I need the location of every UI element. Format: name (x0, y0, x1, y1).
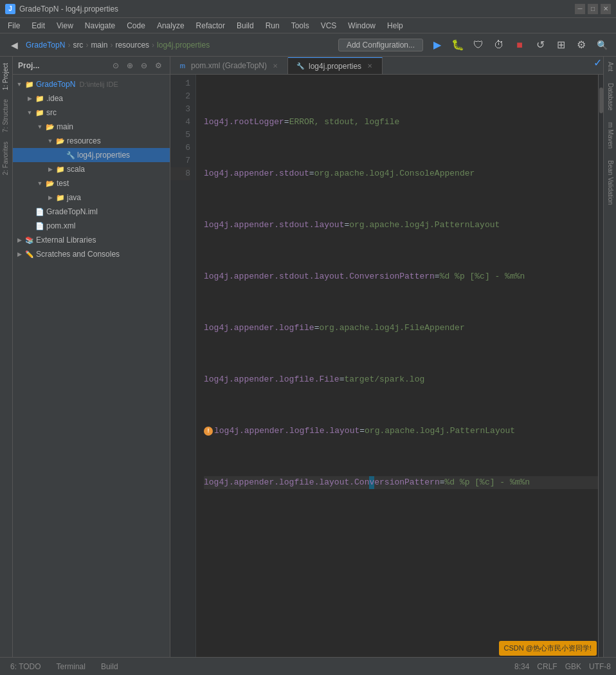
menu-code[interactable]: Code (122, 20, 150, 32)
right-tab-bean-validation[interactable]: Bean Validation (604, 155, 616, 210)
tree-item-external-libs[interactable]: ▶ 📚 External Libraries (13, 233, 170, 247)
tab-log4j-close[interactable]: ✕ (365, 62, 374, 71)
menu-edit[interactable]: Edit (26, 20, 50, 32)
icon-external-libs: 📚 (24, 235, 35, 245)
log4j-tab-icon: 🔧 (296, 62, 305, 71)
menu-build[interactable]: Build (231, 20, 259, 32)
menu-analyze[interactable]: Analyze (152, 20, 190, 32)
code-val-2: org.apache.log4j.ConsoleAppender (314, 167, 475, 180)
menu-navigate[interactable]: Navigate (80, 20, 120, 32)
status-crlf: CRLF (537, 662, 557, 671)
code-content[interactable]: log4j.rootLogger=ERROR, stdout, logfile … (196, 75, 598, 657)
tab-log4j[interactable]: 🔧 log4j.properties ✕ (288, 57, 383, 74)
tree-action-settings[interactable]: ⚙ (152, 59, 165, 72)
label-resources: resources (67, 136, 101, 145)
search-button[interactable]: 🔍 (593, 36, 611, 54)
menu-help[interactable]: Help (382, 20, 408, 32)
arrow-external-libs: ▶ (15, 236, 23, 244)
tree-item-log4j[interactable]: ▶ 🔧 log4j.properties (13, 148, 170, 162)
rerun-button[interactable]: ↺ (531, 36, 549, 54)
menu-vcs[interactable]: VCS (316, 20, 342, 32)
tree-action-expand[interactable]: ⊕ (123, 59, 136, 72)
tree-action-locate[interactable]: ⊙ (109, 59, 122, 72)
title-bar: J GradeTopN - log4j.properties ─ □ ✕ (0, 0, 616, 18)
code-val-6: target/spark.log (344, 373, 424, 386)
icon-gradeTopN: 📁 (24, 79, 35, 89)
tree-item-java[interactable]: ▶ 📁 java (13, 190, 170, 205)
right-scrollbar[interactable] (598, 75, 603, 657)
arrow-gradeTopN: ▼ (15, 80, 23, 88)
breadcrumb-resources[interactable]: resources (115, 41, 149, 50)
right-tab-database[interactable]: Database (604, 78, 616, 116)
code-val-8: %d %p [%c] - %m%n (445, 476, 530, 489)
tree-item-resources[interactable]: ▼ 📂 resources (13, 134, 170, 148)
bottom-bar: 6: TODO Terminal Build 8:34 CRLF GBK UTF… (0, 657, 616, 675)
code-key-8b: ersionPattern (374, 476, 439, 489)
tree-item-gradeTopN[interactable]: ▼ 📁 GradeTopN D:\intelij IDE (13, 77, 170, 91)
tree-item-iml[interactable]: ▶ 📄 GradeTopN.iml (13, 205, 170, 219)
scrollbar-thumb[interactable] (599, 88, 603, 113)
arrow-scratches: ▶ (15, 250, 23, 258)
bottom-tab-build[interactable]: Build (96, 661, 123, 672)
breadcrumb-file[interactable]: log4j.properties (157, 41, 210, 50)
label-external-libs: External Libraries (36, 236, 96, 245)
tree-item-main[interactable]: ▼ 📂 main (13, 120, 170, 134)
code-val-7: org.apache.log4j.PatternLayout (365, 425, 515, 438)
run-button[interactable]: ▶ (428, 36, 446, 54)
profile-button[interactable]: ⏱ (490, 36, 508, 54)
line-num-5: 5 (170, 129, 190, 142)
tree-item-test[interactable]: ▼ 📂 test (13, 176, 170, 190)
left-tab-project[interactable]: 1: Project (0, 59, 12, 94)
menu-run[interactable]: Run (260, 20, 285, 32)
add-configuration-button[interactable]: Add Configuration... (338, 39, 423, 51)
bottom-tab-terminal[interactable]: Terminal (51, 661, 91, 672)
breadcrumb-src[interactable]: src (73, 41, 83, 50)
right-tab-ant[interactable]: Ant (604, 57, 616, 77)
icon-resources: 📂 (55, 136, 66, 146)
menu-view[interactable]: View (51, 20, 78, 32)
label-gradeTopN-path: D:\intelij IDE (79, 80, 118, 88)
left-tab-favorites[interactable]: 2: Favorites (0, 138, 12, 179)
title-text: GradeTopN - log4j.properties (19, 5, 118, 14)
label-test: test (57, 179, 69, 188)
tree-action-collapse[interactable]: ⊖ (138, 59, 150, 72)
code-key-8-cursor: v (369, 476, 374, 489)
file-tree-content: ▼ 📁 GradeTopN D:\intelij IDE ▶ 📁 .idea ▼… (13, 75, 170, 657)
right-tab-maven[interactable]: m Maven (604, 117, 616, 154)
menu-refactor[interactable]: Refactor (191, 20, 230, 32)
minimize-button[interactable]: ─ (575, 4, 585, 14)
icon-src: 📁 (35, 107, 45, 118)
layout-button[interactable]: ⊞ (552, 36, 570, 54)
file-tree-panel: Proj... ⊙ ⊕ ⊖ ⚙ ▼ 📁 GradeTopN D:\intelij… (13, 57, 170, 657)
line-num-8: 8 (170, 167, 190, 180)
breadcrumb-main[interactable]: main (91, 41, 107, 50)
coverage-button[interactable]: 🛡 (469, 36, 487, 54)
code-key-4: log4j.appender.stdout.layout.ConversionP… (204, 270, 435, 283)
tree-item-scala[interactable]: ▶ 📁 scala (13, 162, 170, 176)
tab-pom[interactable]: m pom.xml (GradeTopN) ✕ (170, 57, 288, 74)
close-button[interactable]: ✕ (601, 4, 611, 14)
breadcrumb-project[interactable]: GradeTopN (26, 41, 65, 50)
tree-item-pom[interactable]: ▶ 📄 pom.xml (13, 219, 170, 233)
code-val-3: org.apache.log4j.PatternLayout (349, 219, 500, 232)
menu-window[interactable]: Window (343, 20, 381, 32)
menu-file[interactable]: File (3, 20, 25, 32)
tree-item-scratches[interactable]: ▶ ✏️ Scratches and Consoles (13, 247, 170, 261)
stop-button[interactable]: ■ (511, 36, 529, 54)
code-line-1: log4j.rootLogger=ERROR, stdout, logfile (204, 116, 598, 129)
back-button[interactable]: ◀ (5, 36, 23, 54)
tree-item-idea[interactable]: ▶ 📁 .idea (13, 91, 170, 106)
code-line-7: !log4j.appender.logfile.layout=org.apach… (204, 425, 598, 438)
maximize-button[interactable]: □ (588, 4, 598, 14)
tree-item-src[interactable]: ▼ 📁 src (13, 106, 170, 120)
tab-pom-close[interactable]: ✕ (271, 61, 280, 70)
bottom-tab-todo[interactable]: 6: TODO (5, 661, 46, 672)
settings-button[interactable]: ⚙ (572, 36, 590, 54)
line-num-3: 3 (170, 103, 190, 116)
right-sidebar: Ant Database m Maven Bean Validation (603, 57, 616, 657)
code-key-7: log4j.appender.logfile.layout (214, 425, 359, 438)
left-tab-structure[interactable]: 7: Structure (0, 95, 12, 136)
debug-button[interactable]: 🐛 (449, 36, 467, 54)
menu-tools[interactable]: Tools (286, 20, 314, 32)
code-val-4: %d %p [%c] - %m%n (440, 270, 525, 283)
